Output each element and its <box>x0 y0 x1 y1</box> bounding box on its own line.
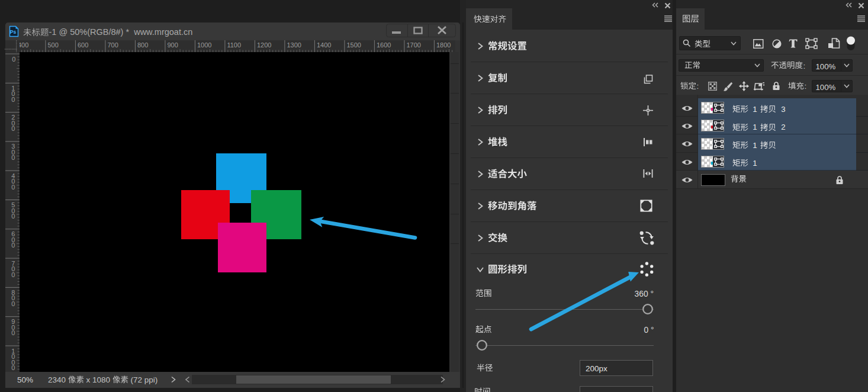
svg-text:Ps: Ps <box>10 29 17 35</box>
